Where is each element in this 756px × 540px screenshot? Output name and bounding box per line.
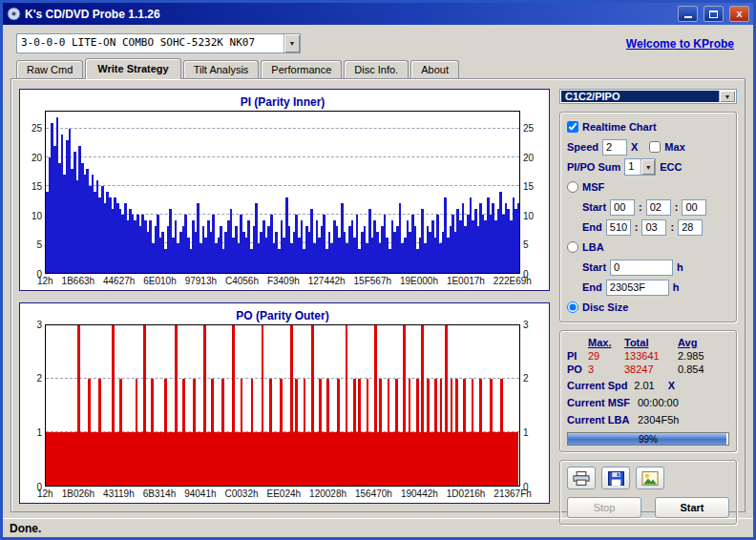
printer-icon	[573, 471, 590, 486]
progress-bar: 99%	[567, 432, 729, 446]
tab-page: PI (Parity Inner) 0510152025 0510152025 …	[10, 78, 746, 512]
speed-label: Speed	[567, 141, 598, 153]
po-yaxis-right: 0123	[520, 324, 543, 488]
status-text: Done.	[10, 522, 41, 535]
lba-radio[interactable]	[567, 241, 578, 253]
options-groupbox: Realtime Chart Speed X Max PI/PO Sum 1 ▼…	[559, 112, 737, 322]
welcome-link[interactable]: Welcome to KProbe	[626, 37, 740, 51]
stop-button[interactable]: Stop	[567, 497, 641, 518]
max-speed-label: Max	[664, 141, 684, 153]
msf-start-min-input[interactable]	[610, 199, 635, 216]
pi-chart-title: PI (Parity Inner)	[22, 92, 543, 111]
save-image-button[interactable]	[636, 467, 664, 489]
save-button[interactable]	[601, 467, 630, 489]
current-msf-value: 00:00:00	[638, 397, 679, 408]
chevron-down-icon[interactable]: ▼	[719, 91, 735, 102]
progress-text: 99%	[568, 433, 728, 445]
hex-unit-label: h	[677, 261, 683, 273]
window-title: K's CD/DVD Probe 1.1.26	[25, 8, 672, 21]
pi-yaxis-left: 0510152025	[22, 111, 45, 274]
print-button[interactable]	[567, 467, 596, 489]
tab-raw-cmd[interactable]: Raw Cmd	[16, 60, 83, 78]
current-spd-label: Current Spd	[567, 380, 628, 391]
tab-about[interactable]: About	[410, 60, 459, 78]
msf-end-min-input[interactable]	[606, 219, 631, 236]
app-icon	[7, 7, 21, 21]
drive-select[interactable]: 3-0-0-0 LITE-ON COMBO SOHC-5232K NK07 ▼	[16, 33, 301, 53]
maximize-button[interactable]	[704, 6, 724, 22]
current-lba-value: 2304F5h	[638, 414, 679, 426]
control-panel: C1C2/PIPO ▼ Realtime Chart Speed X Max P…	[559, 89, 737, 504]
pipo-sum-select[interactable]: 1 ▼	[624, 158, 656, 176]
start-button[interactable]: Start	[655, 497, 729, 518]
msf-start-frame-input[interactable]	[682, 199, 706, 216]
current-spd-value: 2.01	[634, 380, 654, 391]
mode-select[interactable]: C1C2/PIPO ▼	[559, 89, 737, 104]
lba-start-label: Start	[582, 261, 606, 273]
tab-write-strategy[interactable]: Write Strategy	[85, 58, 180, 79]
colon-separator	[670, 221, 674, 233]
max-speed-checkbox[interactable]	[649, 141, 661, 153]
po-xaxis-labels: 12h1B026h43119h6B314h94041hC0032hEE024h1…	[22, 487, 543, 501]
colon-separator	[635, 221, 639, 233]
lba-end-label: End	[582, 281, 602, 293]
floppy-disk-icon	[608, 471, 624, 486]
po-plot-area	[45, 324, 520, 488]
charts-column: PI (Parity Inner) 0510152025 0510152025 …	[19, 89, 550, 504]
current-lba-label: Current LBA	[567, 414, 632, 426]
lba-label: LBA	[582, 241, 604, 253]
tab-performance[interactable]: Performance	[261, 60, 342, 78]
tab-disc-info[interactable]: Disc Info.	[344, 60, 409, 78]
msf-start-label: Start	[582, 201, 606, 213]
disc-size-radio[interactable]	[567, 301, 578, 313]
po-avg-value: 0.854	[678, 363, 722, 375]
po-chart-panel: PO (Parity Outer) 0123 0123 12h1B026h431…	[19, 302, 550, 505]
po-total-value: 38247	[624, 363, 678, 375]
app-window: K's CD/DVD Probe 1.1.26 X 3-0-0-0 LITE-O…	[0, 0, 756, 540]
ecc-label: ECC	[660, 161, 682, 173]
colon-separator	[639, 201, 642, 213]
drive-select-value: 3-0-0-0 LITE-ON COMBO SOHC-5232K NK07	[17, 34, 284, 52]
msf-end-frame-input[interactable]	[678, 219, 703, 236]
realtime-chart-label: Realtime Chart	[582, 121, 657, 133]
pi-xaxis-labels: 12h1B663h44627h6E010h97913hC4056hF3409h1…	[22, 274, 543, 288]
stats-header-total: Total	[624, 337, 678, 348]
msf-end-label: End	[582, 221, 602, 233]
pi-yaxis-right: 0510152025	[520, 111, 543, 274]
pi-max-value: 29	[588, 350, 624, 362]
tab-bar: Raw Cmd Write Strategy Tilt Analysis Per…	[3, 57, 753, 78]
po-chart-title: PO (Parity Outer)	[22, 305, 543, 324]
po-max-value: 3	[588, 363, 624, 375]
pi-plot-area	[45, 111, 520, 274]
close-button[interactable]: X	[729, 6, 749, 22]
stats-groupbox: Max. Total Avg PI 29 133641 2.985 PO 3 3…	[559, 330, 737, 452]
disc-size-label: Disc Size	[582, 301, 628, 313]
stats-row-po-label: PO	[567, 363, 588, 375]
pi-chart-panel: PI (Parity Inner) 0510152025 0510152025 …	[19, 89, 550, 291]
lba-end-input[interactable]	[606, 280, 669, 296]
minimize-button[interactable]	[678, 6, 698, 22]
chevron-down-icon[interactable]: ▼	[284, 34, 300, 52]
current-msf-label: Current MSF	[567, 397, 632, 408]
speed-unit-label: X	[631, 141, 638, 153]
pipo-sum-label: PI/PO Sum	[567, 161, 620, 173]
actions-groupbox: Stop Start	[559, 460, 737, 525]
stats-header-max: Max.	[588, 337, 624, 348]
msf-radio[interactable]	[567, 181, 578, 193]
tab-tilt-analysis[interactable]: Tilt Analysis	[183, 60, 260, 78]
image-icon	[641, 471, 659, 486]
current-spd-unit: X	[668, 380, 729, 391]
realtime-chart-checkbox[interactable]	[567, 121, 578, 133]
msf-end-sec-input[interactable]	[641, 219, 666, 236]
stats-row-pi-label: PI	[567, 350, 588, 362]
pi-total-value: 133641	[624, 350, 678, 362]
lba-start-input[interactable]	[610, 260, 673, 276]
msf-label: MSF	[582, 181, 604, 193]
speed-input[interactable]	[602, 139, 627, 156]
error-stats-table: Max. Total Avg PI 29 133641 2.985 PO 3 3…	[567, 337, 729, 375]
po-yaxis-left: 0123	[22, 324, 45, 488]
titlebar: K's CD/DVD Probe 1.1.26 X	[3, 3, 753, 25]
msf-start-sec-input[interactable]	[646, 199, 671, 216]
chevron-down-icon[interactable]: ▼	[640, 159, 655, 175]
hex-unit-label: h	[673, 281, 680, 293]
